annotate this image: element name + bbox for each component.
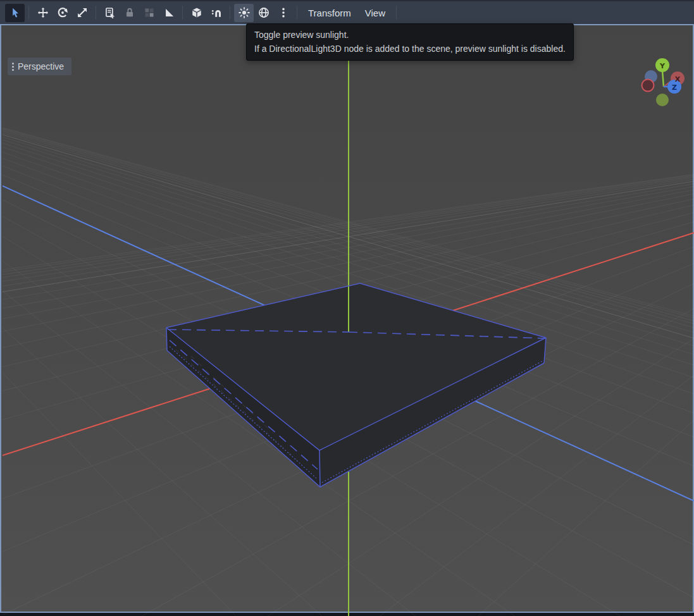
viewport-3d[interactable]: Y X Z Perspective [0,24,694,613]
tooltip-line-2: If a DirectionalLight3D node is added to… [254,42,566,56]
snap-toggle-button[interactable] [206,4,226,22]
gizmo-y-label: Y [659,62,666,70]
move-tool-button[interactable] [33,4,53,22]
vertical-ellipsis-icon [12,63,14,71]
sunlight-tooltip: Toggle preview sunlight. If a Directiona… [246,23,574,61]
gizmo-x-label: X [675,75,681,83]
viewport-toolbar: Transform View [0,0,694,24]
toolbar-separator [28,6,29,20]
lock-icon [124,7,135,18]
toolbar-separator [230,6,230,20]
toolbar-separator [396,6,397,20]
select-tool-button[interactable] [5,4,25,22]
local-space-toggle-button[interactable] [187,4,206,22]
transform-menu[interactable]: Transform [301,4,358,22]
rotate-arrow-icon [57,7,68,18]
projection-label: Perspective [18,61,64,71]
magnet-icon [211,7,222,18]
toolbar-separator [182,6,183,20]
view-gizmo[interactable]: Y X Z [642,58,685,106]
group-selected-button[interactable] [139,4,159,22]
scene-canvas[interactable]: Y X Z [3,51,694,616]
toolbar-separator [96,6,96,20]
cube-icon [191,7,202,18]
godot-3d-editor: Transform View [0,0,694,616]
projection-selector[interactable]: Perspective [8,58,71,75]
preview-environment-toggle-button[interactable] [254,4,273,22]
tooltip-line-1: Toggle preview sunlight. [254,28,566,42]
gizmo-neg-x-ball[interactable] [642,80,654,92]
move-arrows-icon [37,7,49,18]
view-menu[interactable]: View [358,4,392,22]
list-cursor-icon [104,7,116,18]
scale-tool-button[interactable] [72,4,92,22]
csg-box-mesh[interactable] [166,283,546,487]
gizmo-z-label: Z [672,83,677,92]
vertical-ellipsis-icon [278,7,289,18]
group-icon [144,7,155,18]
lock-selected-button[interactable] [120,4,139,22]
toolbar-separator [297,6,297,20]
scale-arrows-icon [77,7,88,18]
preview-sunlight-toggle-button[interactable] [234,4,254,22]
ruler-tool-button[interactable] [159,4,178,22]
list-select-tool-button[interactable] [100,4,120,22]
rotate-tool-button[interactable] [53,4,72,22]
ruler-triangle-icon [163,7,175,18]
cursor-arrow-icon [9,7,21,18]
globe-icon [258,7,270,18]
more-options-button[interactable] [273,4,293,22]
sun-icon [239,7,250,18]
gizmo-neg-y-ball[interactable] [656,94,669,106]
